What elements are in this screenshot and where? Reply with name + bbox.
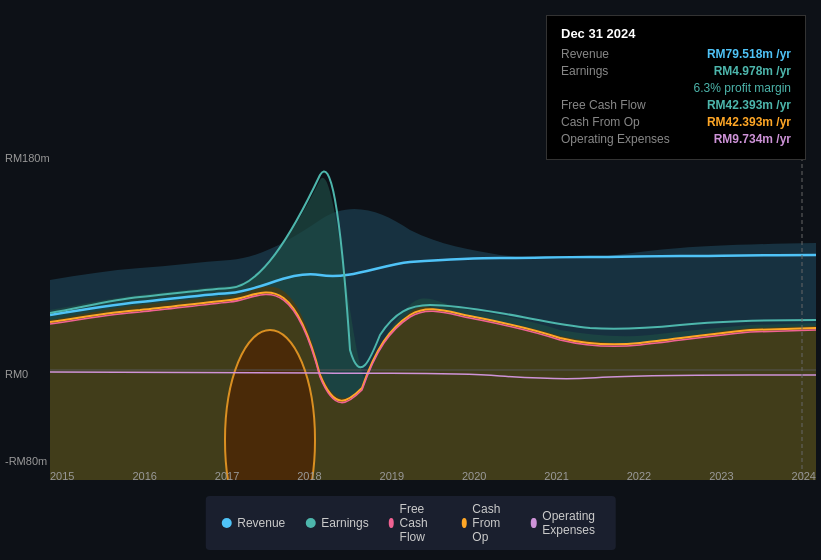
y-label-zero: RM0 bbox=[5, 368, 28, 380]
x-label-2022: 2022 bbox=[627, 470, 651, 482]
legend-cashfromop[interactable]: Cash From Op bbox=[461, 502, 511, 544]
opex-value: RM9.734m /yr bbox=[714, 132, 791, 146]
x-label-2015: 2015 bbox=[50, 470, 74, 482]
x-axis-labels: 2015 2016 2017 2018 2019 2020 2021 2022 … bbox=[50, 470, 816, 482]
legend-revenue-label: Revenue bbox=[237, 516, 285, 530]
fcf-value: RM42.393m /yr bbox=[707, 98, 791, 112]
x-label-2018: 2018 bbox=[297, 470, 321, 482]
legend-fcf[interactable]: Free Cash Flow bbox=[389, 502, 442, 544]
y-label-min: -RM80m bbox=[5, 455, 47, 467]
profit-margin-value: 6.3% profit margin bbox=[694, 81, 791, 95]
legend-fcf-label: Free Cash Flow bbox=[400, 502, 442, 544]
x-label-2017: 2017 bbox=[215, 470, 239, 482]
earnings-value: RM4.978m /yr bbox=[714, 64, 791, 78]
revenue-label: Revenue bbox=[561, 47, 681, 61]
tooltip-fcf: Free Cash Flow RM42.393m /yr bbox=[561, 98, 791, 112]
x-label-2023: 2023 bbox=[709, 470, 733, 482]
x-label-2021: 2021 bbox=[544, 470, 568, 482]
cashfromop-dot bbox=[461, 518, 466, 528]
tooltip-date: Dec 31 2024 bbox=[561, 26, 791, 41]
tooltip-revenue: Revenue RM79.518m /yr bbox=[561, 47, 791, 61]
revenue-dot bbox=[221, 518, 231, 528]
tooltip-box: Dec 31 2024 Revenue RM79.518m /yr Earnin… bbox=[546, 15, 806, 160]
cashfromop-value: RM42.393m /yr bbox=[707, 115, 791, 129]
x-label-2024: 2024 bbox=[792, 470, 816, 482]
revenue-value: RM79.518m /yr bbox=[707, 47, 791, 61]
chart-container: Dec 31 2024 Revenue RM79.518m /yr Earnin… bbox=[0, 0, 821, 560]
profit-margin-row: 6.3% profit margin bbox=[561, 81, 791, 95]
x-label-2020: 2020 bbox=[462, 470, 486, 482]
opex-dot bbox=[531, 518, 536, 528]
fcf-dot bbox=[389, 518, 394, 528]
x-label-2019: 2019 bbox=[380, 470, 404, 482]
chart-legend: Revenue Earnings Free Cash Flow Cash Fro… bbox=[205, 496, 616, 550]
legend-earnings-label: Earnings bbox=[321, 516, 368, 530]
x-label-2016: 2016 bbox=[132, 470, 156, 482]
legend-opex-label: Operating Expenses bbox=[542, 509, 599, 537]
tooltip-opex: Operating Expenses RM9.734m /yr bbox=[561, 132, 791, 146]
tooltip-cashfromop: Cash From Op RM42.393m /yr bbox=[561, 115, 791, 129]
earnings-label: Earnings bbox=[561, 64, 681, 78]
opex-label: Operating Expenses bbox=[561, 132, 681, 146]
chart-svg bbox=[50, 150, 816, 480]
fcf-label: Free Cash Flow bbox=[561, 98, 681, 112]
legend-opex[interactable]: Operating Expenses bbox=[531, 509, 600, 537]
legend-cashfromop-label: Cash From Op bbox=[472, 502, 511, 544]
legend-earnings[interactable]: Earnings bbox=[305, 516, 368, 530]
legend-revenue[interactable]: Revenue bbox=[221, 516, 285, 530]
y-label-max: RM180m bbox=[5, 152, 50, 164]
earnings-dot bbox=[305, 518, 315, 528]
cashfromop-label: Cash From Op bbox=[561, 115, 681, 129]
tooltip-earnings: Earnings RM4.978m /yr bbox=[561, 64, 791, 78]
